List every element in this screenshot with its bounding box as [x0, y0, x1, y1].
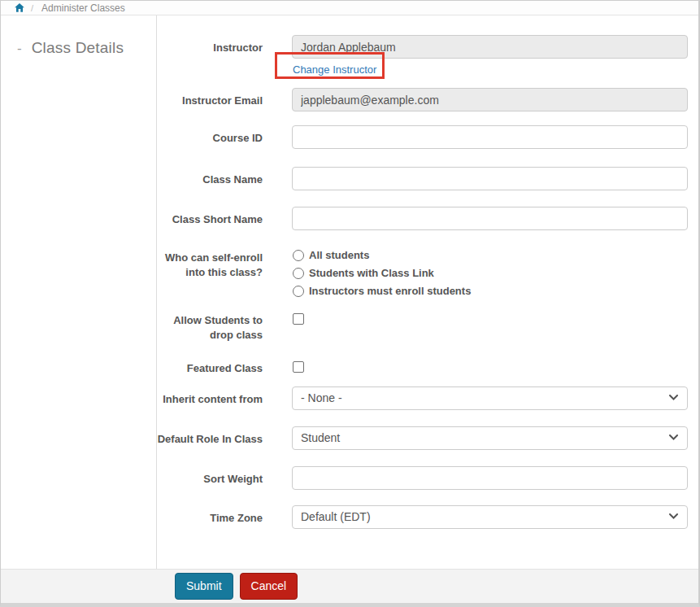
inherit-content-select[interactable]: - None - [292, 386, 688, 410]
instructor-field [292, 35, 688, 59]
class-name-field[interactable] [292, 167, 688, 190]
class-details-form: Instructor Change Instructor Instructor … [157, 15, 698, 569]
instructor-email-field [292, 88, 688, 111]
home-icon[interactable] [15, 3, 24, 12]
default-role-label: Default Role In Class [157, 426, 263, 450]
featured-class-label: Featured Class [157, 360, 263, 376]
course-id-label: Course ID [157, 125, 263, 149]
collapse-indicator[interactable]: - [17, 41, 22, 57]
self-enroll-label: Who can self-enroll into this class? [157, 247, 263, 297]
breadcrumb-current: Administer Classes [41, 2, 125, 14]
breadcrumb-separator: / [31, 3, 33, 13]
course-id-field[interactable] [292, 125, 688, 149]
instructor-email-label: Instructor Email [157, 88, 263, 111]
radio-students-with-class-link[interactable] [293, 268, 304, 279]
change-instructor-link[interactable]: Change Instructor [293, 63, 376, 76]
sidebar: - Class Details [1, 15, 157, 569]
class-short-name-label: Class Short Name [157, 207, 263, 230]
instructor-label: Instructor [157, 35, 263, 76]
self-enroll-radio-group: All students Students with Class Link In… [292, 247, 688, 297]
cancel-button[interactable]: Cancel [240, 573, 298, 599]
radio-all-students[interactable] [293, 250, 304, 261]
class-short-name-field[interactable] [292, 207, 688, 230]
radio-instructors-must-enroll-label[interactable]: Instructors must enroll students [309, 285, 471, 297]
time-zone-select[interactable]: Default (EDT) [292, 505, 688, 529]
administer-classes-page: / Administer Classes - Class Details Ins… [0, 0, 700, 607]
submit-button[interactable]: Submit [175, 573, 233, 599]
default-role-select[interactable]: Student [292, 426, 688, 450]
sidebar-section-class-details[interactable]: - Class Details [17, 39, 156, 57]
sort-weight-field[interactable] [292, 466, 688, 490]
inherit-content-label: Inherit content from [157, 386, 263, 410]
featured-class-checkbox[interactable] [293, 361, 304, 373]
allow-drop-checkbox[interactable] [293, 313, 304, 325]
allow-drop-label: Allow Students to drop class [157, 312, 263, 343]
section-title: Class Details [32, 39, 124, 57]
time-zone-label: Time Zone [157, 505, 263, 529]
form-actions: Submit Cancel [1, 569, 698, 603]
breadcrumb: / Administer Classes [1, 1, 698, 15]
radio-instructors-must-enroll[interactable] [293, 286, 304, 297]
class-name-label: Class Name [157, 167, 263, 190]
sort-weight-label: Sort Weight [157, 466, 263, 490]
radio-all-students-label[interactable]: All students [309, 249, 369, 261]
radio-students-with-class-link-label[interactable]: Students with Class Link [309, 267, 434, 279]
